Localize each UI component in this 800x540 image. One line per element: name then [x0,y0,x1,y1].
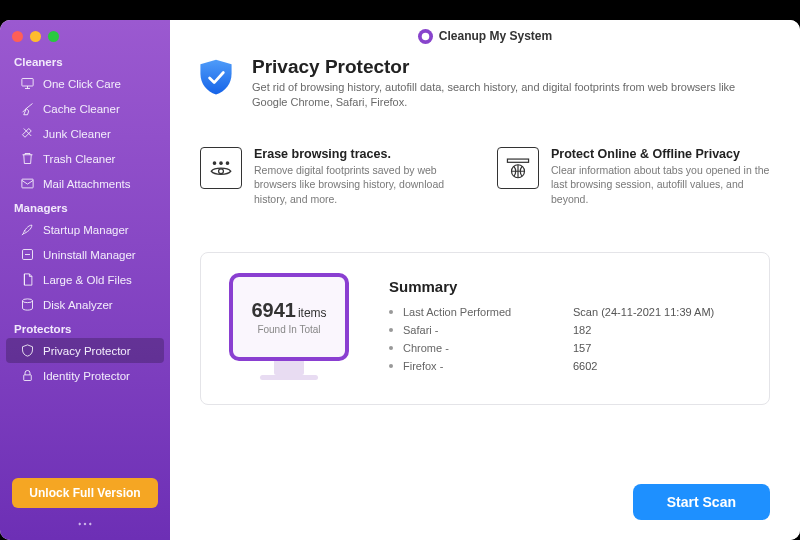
summary-label: Chrome - [403,342,573,354]
feature-title: Erase browsing traces. [254,147,473,161]
summary-value: 157 [573,342,591,354]
broom-icon [20,101,35,116]
summary-value: Scan (24-11-2021 11:39 AM) [573,306,714,318]
sidebar-item-privacy-protector[interactable]: Privacy Protector [6,338,164,363]
summary-row-last-action: Last Action Performed Scan (24-11-2021 1… [389,303,714,321]
header-text: Privacy Protector Get rid of browsing hi… [252,56,770,111]
eye-icon [200,147,242,189]
summary-card: 6941items Found In Total Summary Last Ac… [200,252,770,405]
svg-point-7 [90,523,92,525]
svg-point-10 [220,162,222,164]
sidebar-item-cache-cleaner[interactable]: Cache Cleaner [6,96,164,121]
summary-value: 6602 [573,360,597,372]
sidebar-item-label: Startup Manager [43,224,129,236]
files-icon [20,272,35,287]
sidebar-item-label: Large & Old Files [43,274,132,286]
sidebar-item-large-old-files[interactable]: Large & Old Files [6,267,164,292]
feature-desc: Clear information about tabs you opened … [551,163,770,207]
mail-icon [20,176,35,191]
summary-label: Firefox - [403,360,573,372]
titlebar: Cleanup My System [170,20,800,52]
app-window: Cleaners One Click Care Cache Cleaner Ju… [0,20,800,540]
page-subtitle: Get rid of browsing history, autofill da… [252,80,770,111]
summary-heading: Summary [389,278,714,295]
globe-icon [497,147,539,189]
disk-icon [20,297,35,312]
minimize-icon[interactable] [30,31,41,42]
maximize-icon[interactable] [48,31,59,42]
close-icon[interactable] [12,31,23,42]
section-cleaners-label: Cleaners [0,50,170,71]
summary-row-firefox: Firefox - 6602 [389,357,714,375]
start-scan-button[interactable]: Start Scan [633,484,770,520]
unlock-full-version-button[interactable]: Unlock Full Version [12,478,158,508]
svg-point-3 [23,299,33,303]
summary-row-safari: Safari - 182 [389,321,714,339]
feature-title: Protect Online & Offline Privacy [551,147,770,161]
sidebar-item-label: One Click Care [43,78,121,90]
svg-rect-0 [22,79,33,87]
feature-desc: Remove digital footprints saved by web b… [254,163,473,207]
main-content: Cleanup My System Privacy Protector Get … [170,20,800,540]
sidebar-item-mail-attachments[interactable]: Mail Attachments [6,171,164,196]
app-icon [418,29,433,44]
summary-value: 182 [573,324,591,336]
sidebar-item-label: Junk Cleaner [43,128,111,140]
page-title: Privacy Protector [252,56,770,78]
sidebar-item-junk-cleaner[interactable]: Junk Cleaner [6,121,164,146]
footer: Start Scan [170,470,800,540]
summary-row-chrome: Chrome - 157 [389,339,714,357]
trash-icon [20,151,35,166]
count-unit: items [298,306,327,320]
summary-label: Safari - [403,324,573,336]
sidebar-item-label: Privacy Protector [43,345,131,357]
bottom-strip [0,516,170,528]
privacy-shield-icon [194,56,238,100]
sidebar: Cleaners One Click Care Cache Cleaner Ju… [0,20,170,540]
sidebar-item-label: Disk Analyzer [43,299,113,311]
app-title: Cleanup My System [439,29,552,43]
sweep-icon [20,126,35,141]
found-count: 6941items [251,299,326,322]
feature-protect-privacy: Protect Online & Offline Privacy Clear i… [497,147,770,207]
shield-icon [20,343,35,358]
rocket-icon [20,222,35,237]
sidebar-item-disk-analyzer[interactable]: Disk Analyzer [6,292,164,317]
sidebar-item-startup-manager[interactable]: Startup Manager [6,217,164,242]
dots-icon [77,520,93,528]
count-subtitle: Found In Total [257,324,320,335]
sidebar-item-label: Cache Cleaner [43,103,120,115]
feature-erase-traces: Erase browsing traces. Remove digital fo… [200,147,473,207]
sidebar-item-trash-cleaner[interactable]: Trash Cleaner [6,146,164,171]
sidebar-item-one-click-care[interactable]: One Click Care [6,71,164,96]
section-protectors-label: Protectors [0,317,170,338]
sidebar-item-label: Mail Attachments [43,178,131,190]
sidebar-item-label: Uninstall Manager [43,249,136,261]
svg-rect-13 [507,159,528,162]
sidebar-item-label: Identity Protector [43,370,130,382]
svg-point-9 [213,162,215,164]
svg-point-5 [79,523,81,525]
summary-details: Summary Last Action Performed Scan (24-1… [389,278,714,375]
sidebar-item-uninstall-manager[interactable]: Uninstall Manager [6,242,164,267]
summary-label: Last Action Performed [403,306,573,318]
svg-point-12 [219,169,224,174]
svg-point-6 [84,523,86,525]
uninstall-icon [20,247,35,262]
page-header: Privacy Protector Get rid of browsing hi… [170,52,800,125]
monitor-graphic: 6941items Found In Total [229,273,349,380]
lock-icon [20,368,35,383]
sidebar-item-identity-protector[interactable]: Identity Protector [6,363,164,388]
svg-point-8 [422,32,430,40]
sidebar-item-label: Trash Cleaner [43,153,115,165]
window-controls [0,20,170,50]
svg-point-11 [226,162,228,164]
section-managers-label: Managers [0,196,170,217]
monitor-icon [20,76,35,91]
svg-rect-4 [24,375,32,381]
feature-row: Erase browsing traces. Remove digital fo… [170,125,800,222]
count-number: 6941 [251,299,296,321]
svg-rect-1 [22,179,33,188]
